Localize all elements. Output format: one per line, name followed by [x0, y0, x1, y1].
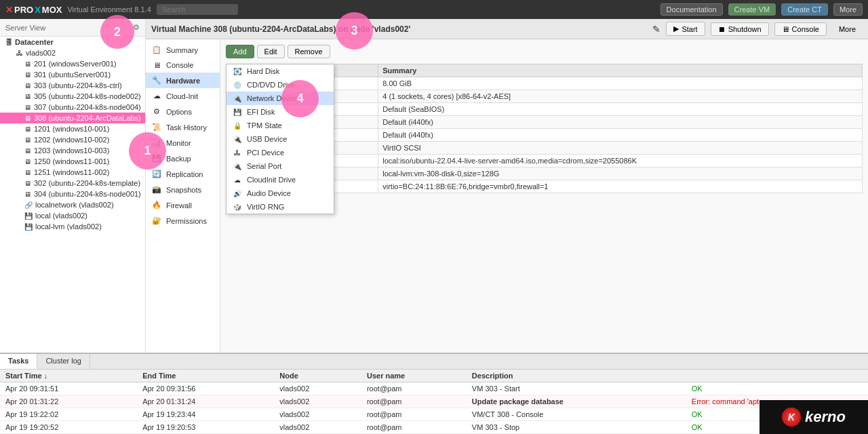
sidebar-item-vm1201[interactable]: 🖥1201 (windows10-001) [0, 123, 145, 134]
log-cell-3-4: VM 303 - Stop [467, 421, 686, 434]
vm-nav: 📋Summary🖥Console🔧Hardware☁Cloud-Init⚙Opt… [146, 39, 220, 353]
log-row-1[interactable]: Apr 20 01:31:22Apr 20 01:31:24vlads002ro… [0, 395, 868, 408]
app-logo: ✕ PROXMOX [5, 5, 62, 15]
sidebar-item-vm303[interactable]: 🖥303 (ubuntu-2204-k8s-ctrl) [0, 80, 145, 91]
more-button[interactable]: More [833, 3, 863, 16]
sidebar-item-locallvm[interactable]: 💾local-lvm (vlads002) [0, 221, 145, 232]
sidebar-icon-vm1251: 🖥 [24, 169, 31, 176]
sidebar-icon-vm1201: 🖥 [24, 125, 31, 133]
shutdown-button[interactable]: ⏹ Shutdown [711, 22, 769, 36]
nav-label-firewall: Firewall [166, 201, 192, 210]
start-button[interactable]: ▶ Start [666, 22, 705, 36]
nav-label-backup: Backup [166, 155, 191, 163]
logo-pro: PRO [14, 5, 33, 15]
vm-edit-icon[interactable]: ✎ [652, 24, 660, 35]
vm-nav-item-replication[interactable]: 🔄Replication [146, 166, 220, 182]
hw-summary-0: 8.00 GiB [378, 77, 863, 90]
edit-button[interactable]: Edit [257, 45, 285, 58]
vm-nav-item-console[interactable]: 🖥Console [146, 58, 220, 73]
hardware-panel: Add 💽Hard Disk💿CD/DVD Drive🔌Network Devi… [220, 39, 868, 353]
sidebar-item-datacenter[interactable]: 🗄Datacenter [0, 37, 145, 47]
vm-nav-item-snapshots[interactable]: 📸Snapshots [146, 182, 220, 197]
dropdown-item-usb-device[interactable]: 🔌USB Device [226, 132, 334, 146]
add-button[interactable]: Add [226, 45, 254, 58]
log-row-0[interactable]: Apr 20 09:31:51Apr 20 09:31:56vlads002ro… [0, 382, 868, 395]
console-button[interactable]: 🖥 Console [774, 22, 827, 36]
sidebar-icon-vm1202: 🖥 [24, 136, 31, 144]
documentation-button[interactable]: Documentation [660, 3, 723, 16]
nav-label-options: Options [166, 108, 192, 116]
hw-summary-7: local-lvm:vm-308-disk-0,size=128G [378, 167, 863, 180]
hw-summary-4: Default (i440fx) [378, 129, 863, 142]
sidebar-item-local[interactable]: 💾local (vlads002) [0, 210, 145, 221]
log-cell-1-2: vlads002 [274, 395, 361, 408]
sidebar-icon-localnet: 🔗 [24, 201, 33, 209]
bottom-tab-1[interactable]: Cluster log [37, 354, 90, 369]
vm-nav-item-summary[interactable]: 📋Summary [146, 42, 220, 58]
sidebar-item-vm302[interactable]: 🖥302 (ubuntu-2204-k8s-template) [0, 178, 145, 189]
nav-label-hardware: Hardware [166, 77, 200, 85]
sidebar-item-vm1250[interactable]: 🖥1250 (windows11-001) [0, 156, 145, 167]
dropdown-item-efi-disk[interactable]: 💾EFI Disk [226, 105, 334, 119]
vm-nav-item-taskhistory[interactable]: 📜Task History [146, 119, 220, 135]
log-cell-1-0: Apr 20 01:31:22 [0, 395, 137, 408]
sidebar-item-vm201[interactable]: 🖥201 (windowsServer001) [0, 58, 145, 69]
sidebar-icon-vm307: 🖥 [24, 104, 31, 111]
dropdown-item-audio-device[interactable]: 🔊Audio Device [226, 186, 334, 200]
create-vm-button[interactable]: Create VM [728, 3, 776, 16]
sidebar-icon-vm1203: 🖥 [24, 147, 31, 155]
logo-x2: X [35, 5, 41, 15]
nav-icon-replication: 🔄 [151, 170, 162, 178]
vm-nav-item-cloudinit[interactable]: ☁Cloud-Init [146, 88, 220, 104]
add-dropdown-container: Add 💽Hard Disk💿CD/DVD Drive🔌Network Devi… [226, 45, 254, 58]
app-version: Virtual Environment 8.1.4 [67, 5, 151, 14]
dropdown-item-network-device[interactable]: 🔌Network Device [226, 92, 334, 105]
sidebar-item-vm301[interactable]: 🖥301 (ubuntuServer001) [0, 69, 145, 80]
sidebar-item-vm304[interactable]: 🖥304 (ubuntu-2204-k8s-node001) [0, 189, 145, 199]
dropdown-label-pci-device: PCI Device [247, 149, 284, 157]
create-ct-button[interactable]: Create CT [781, 3, 828, 16]
sidebar-label-datacenter: Datacenter [15, 38, 54, 46]
vm-nav-item-permissions[interactable]: 🔐Permissions [146, 213, 220, 229]
nav-icon-taskhistory: 📜 [151, 123, 162, 132]
dropdown-item-pci-device[interactable]: 🖧PCI Device [226, 146, 334, 159]
remove-button[interactable]: Remove [288, 45, 330, 58]
vm-nav-item-firewall[interactable]: 🔥Firewall [146, 197, 220, 213]
more-vm-button[interactable]: More [832, 23, 863, 35]
dropdown-item-serial-port[interactable]: 🔌Serial Port [226, 159, 334, 173]
sidebar-settings-icon[interactable]: ⚙ [133, 23, 140, 32]
dropdown-item-virtio-rng[interactable]: 🎲VirtIO RNG [226, 200, 334, 214]
log-cell-0-4: VM 303 - Start [467, 382, 686, 395]
sidebar-icon-vm308: 🖥 [24, 115, 31, 122]
vm-nav-item-options[interactable]: ⚙Options [146, 104, 220, 119]
sidebar-item-vm1251[interactable]: 🖥1251 (windows11-002) [0, 167, 145, 178]
dropdown-label-usb-device: USB Device [247, 135, 287, 143]
sidebar-item-vm308[interactable]: 🖥308 (ubuntu-2204-ArcDataLabs) [0, 113, 145, 123]
log-row-3[interactable]: Apr 19 19:20:52Apr 19 19:20:53vlads002ro… [0, 421, 868, 434]
dropdown-item-cdvd-drive[interactable]: 💿CD/DVD Drive [226, 78, 334, 92]
bottom-tab-0[interactable]: Tasks [0, 354, 37, 369]
dropdown-label-hard-disk: Hard Disk [247, 67, 279, 75]
bottom-tabs: TasksCluster log [0, 354, 868, 370]
search-input[interactable] [157, 4, 238, 15]
hw-toolbar: Add 💽Hard Disk💿CD/DVD Drive🔌Network Devi… [226, 45, 863, 58]
nav-icon-summary: 📋 [151, 45, 162, 54]
sidebar: Server View ⚙ 🗄Datacenter🖧vlads002🖥201 (… [0, 19, 146, 353]
log-cell-2-2: vlads002 [274, 408, 361, 421]
vm-nav-item-backup[interactable]: 💾Backup [146, 151, 220, 166]
nav-icon-permissions: 🔐 [151, 216, 162, 225]
dropdown-item-cloudinit-drive[interactable]: ☁CloudInit Drive [226, 173, 334, 186]
hw-summary-6: local:iso/ubuntu-22.04.4-live-server-amd… [378, 155, 863, 167]
log-row-2[interactable]: Apr 19 19:22:02Apr 19 19:23:44vlads002ro… [0, 408, 868, 421]
sidebar-item-vm1203[interactable]: 🖥1203 (windows10-003) [0, 145, 145, 156]
sidebar-item-localnet[interactable]: 🔗localnetwork (vlads002) [0, 199, 145, 210]
sidebar-item-vm1202[interactable]: 🖥1202 (windows10-002) [0, 134, 145, 145]
sidebar-item-vm307[interactable]: 🖥307 (ubuntu-2204-k8s-node004) [0, 102, 145, 113]
vm-nav-item-monitor[interactable]: 📊Monitor [146, 135, 220, 151]
dropdown-item-tpm-state[interactable]: 🔒TPM State [226, 119, 334, 132]
sidebar-item-vlads002[interactable]: 🖧vlads002 [0, 47, 145, 58]
sidebar-item-vm305[interactable]: 🖥305 (ubuntu-2204-k8s-node002) [0, 91, 145, 102]
vm-nav-item-hardware[interactable]: 🔧Hardware [146, 73, 220, 88]
dropdown-item-hard-disk[interactable]: 💽Hard Disk [226, 64, 334, 78]
kerno-icon: K [782, 408, 801, 427]
